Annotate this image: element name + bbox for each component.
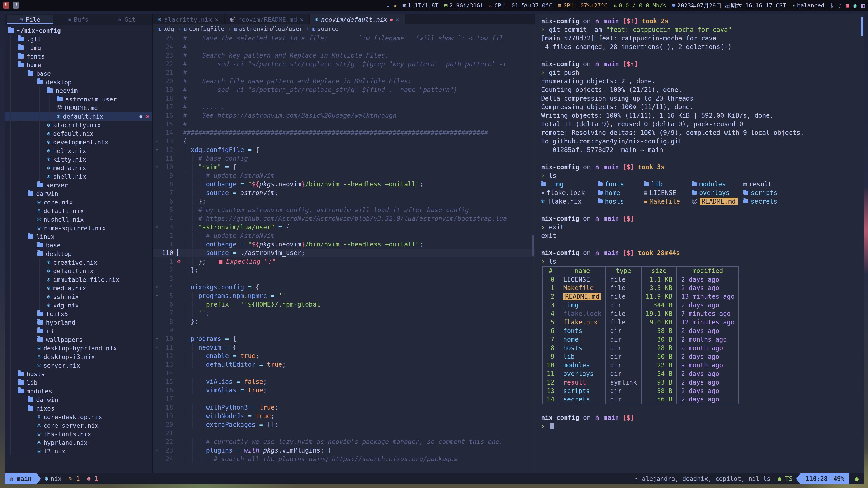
tree-item[interactable]: ❄i3.nix <box>4 447 152 455</box>
fold-indicator[interactable]: ▾ <box>153 336 161 341</box>
tree-item[interactable]: lib <box>4 378 152 387</box>
fold-indicator[interactable]: ▾ <box>153 285 161 290</box>
tree-item[interactable]: ❄desktop-hyprland.nix <box>4 344 152 352</box>
terminal-pane[interactable]: nix-config on ⋔ main [$!] took 2s› git c… <box>535 14 864 473</box>
tree-item[interactable]: ❄rime-squirrel.nix <box>4 224 152 232</box>
code-line[interactable]: 24# <box>153 42 535 51</box>
code-line[interactable]: ▾3│ │ "astronvim/lua/user" = { <box>153 223 535 231</box>
tray-edge-icon[interactable]: ◧ <box>861 2 865 9</box>
code-line[interactable]: ▾5│ │ programs.npm.npmrc = '' <box>153 291 535 300</box>
bluetooth-icon[interactable]: ᛒ <box>830 2 834 9</box>
code-line[interactable]: 21 <box>153 429 535 437</box>
code-line[interactable]: 16│ │ │ vimAlias = true; <box>153 386 535 394</box>
fold-indicator[interactable]: ▾ <box>153 448 161 453</box>
tree-item[interactable]: ❄shell.nix <box>4 172 152 181</box>
code-line[interactable]: 2│ │ │ # update AstroNvim <box>153 231 535 240</box>
tree-item[interactable]: .git <box>4 35 152 43</box>
close-icon[interactable]: × <box>300 15 304 24</box>
fold-indicator[interactable]: ▾ <box>153 164 161 170</box>
code-line[interactable]: 110│ │ │ source = ./astronvim_user; <box>153 249 535 257</box>
tree-item[interactable]: base <box>4 241 152 250</box>
tree-item[interactable]: ❄media.nix <box>4 164 152 172</box>
code-buffer[interactable]: 25# Save the selected text to a file: `:… <box>153 33 535 473</box>
tree-item[interactable]: i3 <box>4 327 152 335</box>
tree-item[interactable]: ❄kitty.nix <box>4 155 152 164</box>
tree-item[interactable]: ❄development.nix <box>4 138 152 147</box>
weather-icon[interactable]: ☁ <box>386 2 390 8</box>
tree-item[interactable]: ❄desktop-i3.nix <box>4 352 152 361</box>
tree-item[interactable]: ❄core-server.nix <box>4 421 152 430</box>
diagnostic-warnings[interactable]: ✎ 1 <box>69 475 80 482</box>
code-line[interactable]: ▾10│ programs = { <box>153 334 535 343</box>
code-line[interactable]: 25# Save the selected text to a file: `:… <box>153 34 535 42</box>
prompt-input-line[interactable]: › <box>541 422 864 430</box>
code-line[interactable]: ▾23│ │ │ plugins = with pkgs.vimPlugins;… <box>153 446 535 455</box>
tree-item[interactable]: ❄fhs-fonts.nix <box>4 430 152 438</box>
code-line[interactable]: 7│ │ │ source = astronvim; <box>153 188 535 197</box>
tree-item[interactable]: ⓂREADME.md <box>4 103 152 112</box>
code-line[interactable]: 22│ │ │ # currently we use lazy.nvim as … <box>153 437 535 446</box>
code-line[interactable]: 19│ │ │ withNodeJs = true; <box>153 412 535 420</box>
tree-item[interactable]: ❄nushell.nix <box>4 215 152 224</box>
tree-item[interactable]: desktop <box>4 250 152 258</box>
fold-indicator[interactable]: ▾ <box>153 138 161 144</box>
cursor-position-segment[interactable]: 110:2849% <box>801 473 849 484</box>
code-line[interactable]: ▾12│ xdg.configFile = { <box>153 145 535 154</box>
code-line[interactable]: 17 <box>153 394 535 403</box>
tree-item[interactable]: _img <box>4 43 152 52</box>
tree-item[interactable]: linux <box>4 232 152 241</box>
git-branch-segment[interactable]: ⋔main <box>4 473 36 484</box>
editor-scrollbar-thumb[interactable] <box>532 235 534 256</box>
breadcrumb-item[interactable]: ◧astronvim/lua/user <box>234 26 303 32</box>
code-line[interactable]: 1│ │ │ onChange = "${pkgs.neovim}/bin/nv… <box>153 240 535 249</box>
tree-item[interactable]: hyprland <box>4 318 152 327</box>
code-line[interactable]: 8│ │ │ onChange = "${pkgs.neovim}/bin/nv… <box>153 180 535 188</box>
tree-item[interactable]: ❄creative.nix <box>4 258 152 267</box>
code-line[interactable]: 17# ...... <box>153 103 535 111</box>
code-line[interactable]: 15# <box>153 120 535 128</box>
code-line[interactable]: 8│ }; <box>153 317 535 326</box>
code-line[interactable]: 20│ │ │ extraPackages = []; <box>153 420 535 429</box>
buffer-tab[interactable]: ❄alacritty.nix× <box>153 14 225 24</box>
tree-item[interactable]: fonts <box>4 52 152 61</box>
fold-indicator[interactable]: ▾ <box>153 293 161 298</box>
tray-app-gray[interactable]: ▝ <box>13 2 19 8</box>
tree-item[interactable]: ❄xdg.nix <box>4 301 152 310</box>
tree-item[interactable]: server <box>4 181 152 189</box>
tree-item[interactable]: ❄media.nix <box>4 284 152 292</box>
tray-app-red[interactable]: ▘ <box>3 2 9 8</box>
code-line[interactable]: 12│ │ │ enable = true; <box>153 352 535 360</box>
tree-item[interactable]: home <box>4 61 152 69</box>
tree-item[interactable]: neovim <box>4 86 152 95</box>
volume-icon[interactable]: ♪ <box>838 2 842 9</box>
tree-item[interactable]: ❄alacritty.nix <box>4 121 152 129</box>
tree-item[interactable]: desktop <box>4 78 152 86</box>
buffer-tab[interactable]: ❄neovim/default.nix●× <box>310 14 405 24</box>
code-line[interactable]: 13│ │ │ defaultEditor = true; <box>153 360 535 369</box>
tree-item[interactable]: ❄helix.nix <box>4 147 152 155</box>
breadcrumb-item[interactable]: ◧configFile <box>184 26 224 32</box>
code-line[interactable]: ▾11│ │ neovim = { <box>153 343 535 352</box>
code-line[interactable]: ▾10│ │ "nvim" = { <box>153 163 535 171</box>
tree-item[interactable]: wallpapers <box>4 335 152 344</box>
code-line[interactable]: 20# Search file name pattern and Replace… <box>153 77 535 86</box>
tree-item[interactable]: fcitx5 <box>4 310 152 318</box>
tree-item[interactable]: ❄default.nix●⊗ <box>4 112 152 121</box>
code-line[interactable]: 6│ │ }; <box>153 197 535 205</box>
buffer-tab[interactable]: Ⓜneovim/README.md× <box>225 14 310 24</box>
breadcrumb-item[interactable]: ◧source <box>313 26 339 32</box>
tree-item[interactable]: modules <box>4 387 152 395</box>
tree-item[interactable]: ~/nix-config <box>4 26 152 35</box>
tree-tab-file[interactable]: ▤File <box>7 15 53 24</box>
breadcrumb-item[interactable]: ◧xdg <box>159 26 174 32</box>
tree-item[interactable]: ❄immutable-file.nix <box>4 275 152 284</box>
code-line[interactable]: 18│ │ │ withPython3 = true; <box>153 403 535 412</box>
tree-item[interactable]: ❄core.nix <box>4 198 152 206</box>
terminal-scrollbar-thumb[interactable] <box>861 17 863 36</box>
code-line[interactable]: 18# <box>153 94 535 103</box>
code-line[interactable]: 22# sed -ri "s/pattern_str/replace_str/g… <box>153 60 535 68</box>
tree-item[interactable]: ❄server.nix <box>4 361 152 369</box>
tree-item[interactable]: ❄ssh.nix <box>4 292 152 301</box>
diagnostic-errors[interactable]: ⊗ 1 <box>87 475 98 482</box>
code-line[interactable]: 5│ │ # my cusotom astronvim config, astr… <box>153 205 535 214</box>
